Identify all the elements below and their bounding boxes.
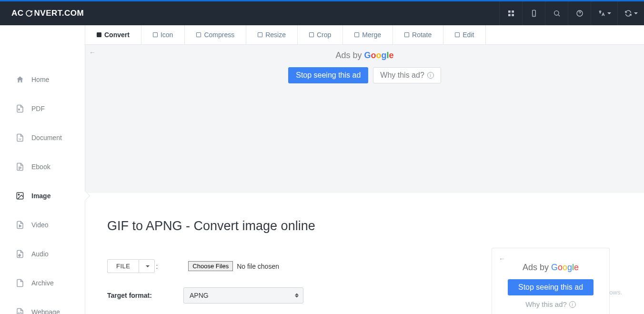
tab-label: Convert: [104, 31, 130, 39]
tab-convert[interactable]: Convert: [85, 25, 141, 44]
file-source-button[interactable]: FILE: [107, 259, 139, 273]
tab-rotate[interactable]: Rotate: [393, 25, 443, 44]
google-logo-text: Google: [364, 51, 393, 60]
ad-heading-prefix: Ads by: [523, 263, 551, 272]
square-icon: [258, 32, 262, 37]
colon-text: :: [156, 263, 158, 270]
square-icon: [309, 32, 314, 37]
tab-edit[interactable]: Edit: [443, 25, 486, 44]
sidebar-item-archive[interactable]: Archive: [0, 268, 85, 297]
why-ad-button[interactable]: Why this ad? i: [373, 67, 441, 83]
sidebar-item-label: Video: [31, 221, 49, 229]
info-icon: i: [427, 72, 434, 79]
sidebar-item-label: Webpage: [31, 308, 60, 314]
file-source-dropdown[interactable]: [139, 259, 155, 273]
ad-region: ← Ads by Google Stop seeing this ad Why …: [85, 45, 644, 193]
why-ad-link[interactable]: Why this ad? i: [499, 300, 603, 308]
translate-icon[interactable]: [591, 1, 617, 25]
header-actions: [499, 1, 644, 25]
pdf-icon: [15, 104, 25, 113]
target-format-select[interactable]: APNG: [183, 287, 303, 304]
sidebar: Home PDF W Document Ebook Image Video Au…: [0, 25, 85, 314]
svg-marker-16: [20, 225, 21, 227]
tab-compress[interactable]: Compress: [185, 25, 246, 44]
sidebar-item-label: PDF: [31, 105, 45, 112]
logo-text-right: NVERT.COM: [34, 9, 84, 18]
document-icon: W: [15, 133, 25, 142]
ebook-icon: [15, 162, 25, 172]
tab-label: Crop: [317, 31, 331, 39]
sidebar-item-label: Ebook: [31, 163, 50, 171]
tab-label: Resize: [265, 31, 286, 39]
sidebar-item-label: Document: [31, 134, 62, 142]
square-icon: [97, 32, 101, 37]
audio-icon: [15, 249, 25, 259]
svg-rect-1: [512, 10, 514, 13]
sidebar-item-label: Image: [31, 192, 50, 200]
sidebar-item-video[interactable]: Video: [0, 210, 85, 239]
svg-line-21: [20, 312, 20, 314]
choose-files-button[interactable]: Choose Files: [188, 261, 233, 271]
tab-label: Edit: [463, 31, 474, 39]
sidebar-item-audio[interactable]: Audio: [0, 239, 85, 268]
no-file-label: No file chosen: [237, 263, 279, 270]
caret-down-icon: [634, 12, 638, 14]
main-content: Convert Icon Compress Resize Crop Merge …: [85, 25, 644, 314]
page-title: GIF to APNG - Convert image online: [107, 219, 622, 233]
sidebar-item-ebook[interactable]: Ebook: [0, 152, 85, 181]
ad-heading: Ads by Google: [85, 51, 644, 61]
header: AC NVERT.COM: [0, 1, 644, 25]
home-icon: [15, 75, 25, 84]
svg-rect-3: [512, 14, 514, 16]
webpage-icon: [15, 307, 25, 314]
help-icon[interactable]: [568, 1, 591, 25]
stop-ad-button[interactable]: Stop seeing this ad: [288, 67, 368, 83]
square-icon: [153, 32, 158, 37]
svg-rect-4: [532, 10, 535, 16]
sidebar-item-pdf[interactable]: PDF: [0, 94, 85, 123]
sidebar-item-label: Audio: [31, 250, 49, 258]
tab-label: Rotate: [412, 31, 432, 39]
caret-down-icon: [146, 265, 150, 267]
stop-ad-button[interactable]: Stop seeing this ad: [508, 279, 594, 295]
svg-point-6: [554, 11, 558, 15]
google-logo-text: Google: [551, 263, 579, 272]
tab-icon[interactable]: Icon: [141, 25, 185, 44]
sidebar-item-home[interactable]: Home: [0, 65, 85, 94]
select-arrows-icon: [295, 294, 299, 298]
side-ad: ← Ads by Google Stop seeing this ad Why …: [492, 248, 610, 314]
sidebar-item-label: Home: [31, 76, 49, 83]
ad-back-icon[interactable]: ←: [89, 49, 96, 56]
sync-icon[interactable]: [617, 1, 644, 25]
ad-heading: Ads by Google: [499, 263, 603, 273]
search-icon[interactable]: [545, 1, 568, 25]
tab-label: Merge: [362, 31, 381, 39]
sidebar-item-document[interactable]: W Document: [0, 123, 85, 152]
svg-line-7: [558, 15, 560, 16]
tab-merge[interactable]: Merge: [343, 25, 393, 44]
sidebar-item-image[interactable]: Image: [0, 181, 85, 210]
caret-down-icon: [607, 12, 611, 14]
tab-crop[interactable]: Crop: [298, 25, 343, 44]
ad-back-icon[interactable]: ←: [499, 255, 603, 263]
logo-text-left: AC: [11, 9, 24, 18]
tabs: Convert Icon Compress Resize Crop Merge …: [85, 25, 644, 45]
target-format-label: Target format:: [107, 292, 183, 299]
archive-icon: [15, 278, 25, 288]
square-icon: [196, 32, 201, 37]
mobile-icon[interactable]: [522, 1, 545, 25]
tab-resize[interactable]: Resize: [246, 25, 298, 44]
site-logo[interactable]: AC NVERT.COM: [11, 9, 84, 18]
tab-label: Compress: [204, 31, 234, 39]
why-ad-label: Why this ad?: [380, 71, 424, 80]
image-icon: [15, 191, 25, 201]
why-ad-label: Why this ad?: [525, 300, 567, 308]
square-icon: [404, 32, 409, 37]
svg-rect-0: [508, 10, 511, 13]
tab-label: Icon: [161, 31, 173, 39]
sidebar-item-webpage[interactable]: Webpage: [0, 297, 85, 314]
svg-point-15: [18, 194, 19, 195]
refresh-icon: [25, 9, 33, 18]
grid-icon[interactable]: [499, 1, 522, 25]
svg-rect-2: [508, 14, 511, 16]
